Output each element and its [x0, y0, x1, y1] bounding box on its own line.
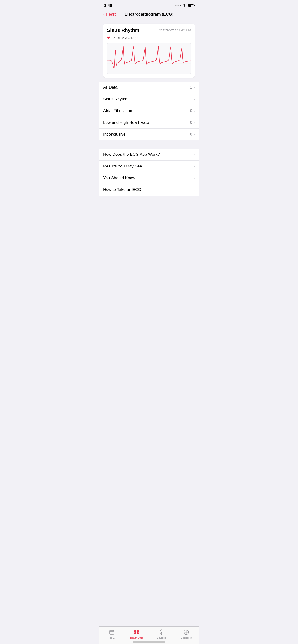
- chevron-right-icon: ›: [194, 109, 195, 113]
- chevron-right-icon: ›: [194, 97, 195, 101]
- back-button[interactable]: ‹ Heart: [103, 12, 116, 17]
- chevron-right-icon: ›: [194, 164, 195, 168]
- chevron-right-icon: ›: [194, 176, 195, 180]
- list-item[interactable]: Sinus Rhythm 1 ›: [99, 94, 199, 105]
- info-item[interactable]: You Should Know ›: [99, 172, 199, 184]
- info-list-section: How Does the ECG App Work? › Results You…: [99, 149, 199, 196]
- info-item[interactable]: Results You May See ›: [99, 160, 199, 172]
- chevron-right-icon: ›: [194, 132, 195, 136]
- chevron-right-icon: ›: [194, 121, 195, 124]
- info-item[interactable]: How to Take an ECG ›: [99, 184, 199, 196]
- rhythm-title: Sinus Rhythm: [107, 28, 139, 33]
- nav-header: ‹ Heart Electrocardiogram (ECG): [99, 10, 199, 20]
- list-item[interactable]: Inconclusive 0 ›: [99, 129, 199, 140]
- signal-icon: [175, 5, 181, 6]
- bpm-row: ❤ 95 BPM Average: [107, 36, 191, 40]
- chevron-right-icon: ›: [194, 152, 195, 156]
- section-gap: [99, 140, 199, 149]
- chevron-right-icon: ›: [194, 188, 195, 192]
- list-item[interactable]: All Data 1 ›: [99, 82, 199, 94]
- bpm-text: 95 BPM Average: [112, 36, 138, 40]
- battery-icon: [188, 4, 194, 8]
- status-time: 3:46: [104, 3, 112, 8]
- wifi-icon: [182, 4, 186, 8]
- ecg-card: Sinus Rhythm Yesterday at 4:43 PM ❤ 95 B…: [103, 24, 195, 78]
- status-icons: [175, 4, 194, 8]
- ecg-chart: [107, 43, 191, 74]
- heart-icon: ❤: [107, 36, 110, 40]
- tab-bar-gap: [99, 196, 199, 220]
- card-header: Sinus Rhythm Yesterday at 4:43 PM: [107, 28, 191, 33]
- chevron-right-icon: ›: [194, 86, 195, 89]
- data-list-section: All Data 1 › Sinus Rhythm 1 › Atrial Fib…: [99, 82, 199, 140]
- chevron-left-icon: ‹: [103, 12, 105, 17]
- list-item[interactable]: Atrial Fibrillation 0 ›: [99, 105, 199, 117]
- page-title: Electrocardiogram (ECG): [124, 12, 173, 17]
- svg-point-0: [184, 6, 185, 7]
- info-item[interactable]: How Does the ECG App Work? ›: [99, 149, 199, 160]
- list-item[interactable]: Low and High Heart Rate 0 ›: [99, 117, 199, 129]
- ecg-card-section: Sinus Rhythm Yesterday at 4:43 PM ❤ 95 B…: [99, 20, 199, 82]
- status-bar: 3:46: [99, 0, 199, 10]
- card-date: Yesterday at 4:43 PM: [159, 28, 191, 32]
